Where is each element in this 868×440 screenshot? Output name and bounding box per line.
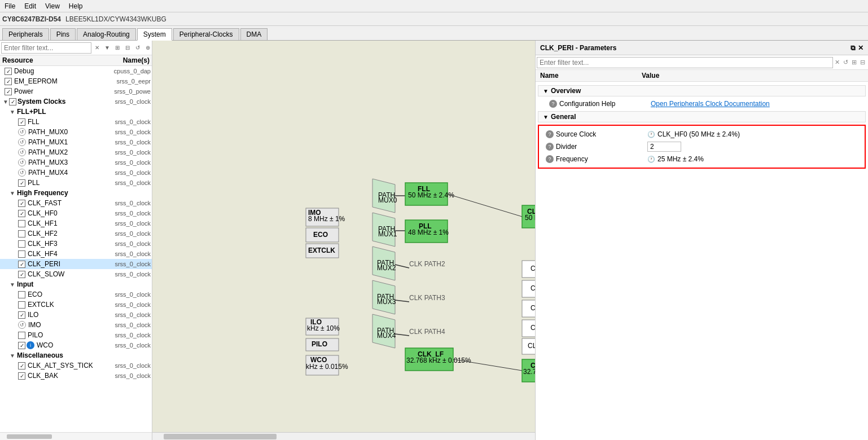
- list-item[interactable]: i WCO srss_0_clock: [0, 340, 152, 350]
- collapse-all-icon[interactable]: ⊟: [123, 43, 132, 52]
- mux-label-path-mux3-2: MUX3: [377, 298, 396, 306]
- tab-dma[interactable]: DMA: [240, 28, 268, 40]
- tree-header-resource: Resource: [2, 56, 123, 64]
- refresh-icon[interactable]: ↺: [133, 43, 142, 52]
- checkbox-pll[interactable]: [18, 179, 25, 187]
- checkbox-clk-alt-sys-tick[interactable]: [18, 362, 25, 369]
- checkbox-wco[interactable]: [18, 342, 25, 349]
- list-item[interactable]: ↺ PATH_MUX1 srss_0_clock: [0, 137, 152, 147]
- tab-peripherals[interactable]: Peripherals: [2, 28, 49, 40]
- list-item[interactable]: FLL srss_0_clock: [0, 117, 152, 127]
- list-item[interactable]: ↺ PATH_MUX4 srss_0_clock: [0, 168, 152, 178]
- tab-pins[interactable]: Pins: [50, 28, 76, 40]
- toggle-general: ▼: [543, 114, 549, 120]
- list-item[interactable]: ↺ PATH_MUX3 srss_0_clock: [0, 157, 152, 168]
- toggle-input[interactable]: ▼: [9, 281, 16, 288]
- list-item[interactable]: CLK_HF2 srss_0_clock: [0, 228, 152, 239]
- menu-file[interactable]: File: [0, 1, 20, 11]
- menu-help[interactable]: Help: [64, 1, 87, 11]
- list-item[interactable]: CLK_HF4 srss_0_clock: [0, 249, 152, 259]
- toggle-system-clocks[interactable]: ▼: [2, 99, 9, 105]
- checkbox-em-eeprom[interactable]: [5, 78, 12, 85]
- list-item[interactable]: CLK_HF1 srss_0_clock: [0, 218, 152, 228]
- tab-peripheral-clocks[interactable]: Peripheral-Clocks: [173, 28, 239, 40]
- checkbox-clk-peri[interactable]: [18, 261, 25, 268]
- list-item[interactable]: ▼ Miscellaneous: [0, 350, 152, 360]
- mux-label-path-mux2-2: MUX2: [377, 264, 396, 272]
- list-item[interactable]: EXTCLK srss_0_clock: [0, 300, 152, 310]
- tree-container[interactable]: Debug cpuss_0_dap EM_EEPROM srss_0_eepr …: [0, 66, 152, 432]
- list-item[interactable]: PILO srss_0_clock: [0, 330, 152, 340]
- checkbox-clk-hf0[interactable]: [18, 210, 25, 217]
- divider-input[interactable]: [647, 142, 681, 152]
- list-item[interactable]: ILO srss_0_clock: [0, 310, 152, 320]
- list-item[interactable]: Debug cpuss_0_dap: [0, 66, 152, 76]
- params-section-header-general[interactable]: ▼ General: [538, 111, 866, 122]
- param-value-source-clock: 🕐 CLK_HF0 (50 MHz ± 2.4%): [647, 130, 858, 138]
- tree-label-misc: Miscellaneous: [17, 351, 151, 359]
- checkbox-clk-bak[interactable]: [18, 372, 25, 380]
- open-periph-clock-doc-link[interactable]: Open Peripherals Clock Documentation: [651, 100, 770, 108]
- tab-system[interactable]: System: [137, 28, 172, 41]
- checkbox-clk-hf3[interactable]: [18, 240, 25, 248]
- expand-all-icon[interactable]: ⊞: [113, 43, 122, 52]
- checkbox-clk-slow[interactable]: [18, 271, 25, 278]
- tree-names-power: srss_0_powe: [114, 88, 151, 95]
- collapse-right-icon[interactable]: ⊟: [858, 59, 867, 66]
- refresh-right-icon[interactable]: ↺: [841, 59, 850, 66]
- checkbox-clk-hf2[interactable]: [18, 230, 25, 237]
- right-filter-input[interactable]: [537, 57, 833, 68]
- checkbox-system-clocks[interactable]: [9, 98, 16, 105]
- list-item[interactable]: ↺ IMO srss_0_clock: [0, 320, 152, 330]
- list-item[interactable]: CLK_SLOW srss_0_clock: [0, 269, 152, 279]
- checkbox-fll[interactable]: [18, 118, 25, 126]
- list-item[interactable]: ▼ Input: [0, 279, 152, 289]
- params-section-header-overview[interactable]: ▼ Overview: [538, 85, 866, 96]
- toggle-misc[interactable]: ▼: [9, 353, 16, 359]
- checkbox-clk-fast[interactable]: [18, 200, 25, 207]
- list-item[interactable]: CLK_HF3 srss_0_clock: [0, 239, 152, 249]
- clear-right-filter-icon[interactable]: ✕: [833, 59, 841, 66]
- list-item-clk-peri[interactable]: CLK_PERI srss_0_clock: [0, 259, 152, 269]
- left-filter-input[interactable]: [1, 42, 91, 54]
- list-item[interactable]: CLK_ALT_SYS_TICK srss_0_clock: [0, 360, 152, 371]
- zoom-in-icon[interactable]: ⊕: [143, 43, 152, 52]
- checkbox-ilo[interactable]: [18, 311, 25, 319]
- expand-right-icon[interactable]: ⊞: [850, 59, 858, 66]
- list-item[interactable]: CLK_HF0 srss_0_clock: [0, 208, 152, 218]
- checkbox-power[interactable]: [5, 88, 12, 95]
- list-item[interactable]: CLK_BAK srss_0_clock: [0, 371, 152, 381]
- canvas-horizontal-scroll[interactable]: [152, 432, 535, 440]
- tree-label-debug: Debug: [14, 67, 114, 75]
- left-horizontal-scroll[interactable]: [0, 432, 152, 440]
- list-item[interactable]: ▼ System Clocks srss_0_clock: [0, 96, 152, 107]
- clk-sub-bak: 32.768 kHz ± 0.015%: [523, 368, 535, 376]
- toggle-high-freq[interactable]: ▼: [9, 190, 16, 196]
- checkbox-clk-hf4[interactable]: [18, 250, 25, 258]
- menu-edit[interactable]: Edit: [20, 1, 41, 11]
- tab-analog-routing[interactable]: Analog-Routing: [77, 28, 136, 40]
- list-item[interactable]: CLK_FAST srss_0_clock: [0, 198, 152, 208]
- canvas-area[interactable]: PATH MUX0 PATH MUX1 PATH MUX2 PATH MUX3 …: [152, 41, 535, 440]
- checkbox-debug[interactable]: [5, 68, 12, 75]
- list-item[interactable]: ▼ FLL+PLL: [0, 107, 152, 117]
- close-right-panel-icon[interactable]: ✕: [858, 44, 863, 52]
- list-item[interactable]: EM_EEPROM srss_0_eepr: [0, 76, 152, 86]
- list-item[interactable]: ECO srss_0_clock: [0, 289, 152, 300]
- wire-path2: [395, 265, 409, 268]
- checkbox-extclk[interactable]: [18, 301, 25, 309]
- checkbox-eco[interactable]: [18, 291, 25, 298]
- list-item[interactable]: ↺ PATH_MUX2 srss_0_clock: [0, 147, 152, 157]
- list-item[interactable]: ↺ PATH_MUX0 srss_0_clock: [0, 127, 152, 137]
- list-item[interactable]: PLL srss_0_clock: [0, 178, 152, 188]
- menu-view[interactable]: View: [41, 1, 64, 11]
- clock-diagram-svg: PATH MUX0 PATH MUX1 PATH MUX2 PATH MUX3 …: [152, 41, 535, 440]
- restore-icon[interactable]: ⧉: [851, 44, 856, 52]
- toggle-fll-pll[interactable]: ▼: [9, 109, 16, 115]
- list-item[interactable]: Power srss_0_powe: [0, 86, 152, 96]
- checkbox-pilo[interactable]: [18, 332, 25, 339]
- list-item[interactable]: ▼ High Frequency: [0, 188, 152, 198]
- checkbox-clk-hf1[interactable]: [18, 220, 25, 227]
- clear-filter-icon[interactable]: ✕: [93, 43, 102, 52]
- filter-icon[interactable]: ▼: [103, 43, 112, 52]
